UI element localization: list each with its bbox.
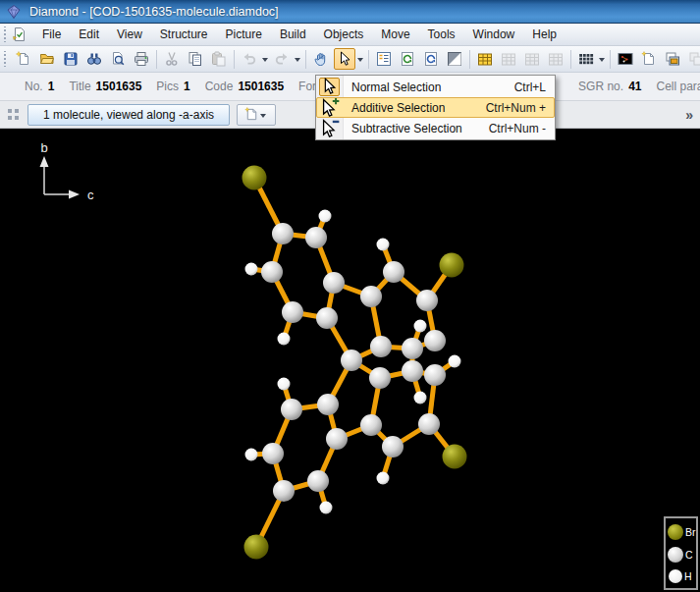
toolbar-grip[interactable]: [3, 27, 7, 42]
atom-h-HA5[interactable]: [278, 333, 291, 346]
atom-c-B9[interactable]: [416, 290, 438, 311]
menu-edit[interactable]: Edit: [70, 25, 108, 44]
atom-h-HD3[interactable]: [245, 449, 258, 461]
tab-drag-handle-icon[interactable]: [8, 109, 19, 120]
atom-c-A2[interactable]: [305, 227, 327, 248]
atom-h-HF2[interactable]: [377, 472, 390, 485]
tile-windows-button: [685, 48, 700, 70]
menu-window[interactable]: Window: [464, 25, 524, 44]
atom-c-D5[interactable]: [273, 480, 295, 502]
atom-h-HE3[interactable]: [414, 392, 427, 404]
atom-c-A3[interactable]: [261, 261, 283, 283]
picture-tab[interactable]: 1 molecule, viewed along -a-axis: [27, 104, 230, 126]
atom-h-HA2[interactable]: [319, 210, 332, 223]
print-button[interactable]: [131, 48, 152, 70]
refresh-picture-button[interactable]: [397, 48, 418, 70]
menu-help[interactable]: Help: [523, 25, 565, 44]
atom-c-B2[interactable]: [360, 286, 382, 307]
atom-c-A1[interactable]: [272, 223, 294, 244]
atom-c-E3[interactable]: [402, 360, 423, 382]
atom-c-E0[interactable]: [341, 350, 362, 371]
atom-c-D1[interactable]: [281, 399, 302, 420]
copy-button[interactable]: [185, 48, 206, 70]
atom-c-D6[interactable]: [307, 470, 329, 492]
molecule-drawing[interactable]: bc: [0, 129, 700, 592]
find-button[interactable]: [83, 48, 105, 70]
atom-c-A5[interactable]: [282, 301, 303, 323]
rotate-view-button[interactable]: [420, 48, 442, 70]
atom-br-Br4[interactable]: [244, 535, 269, 560]
atom-h-HD6[interactable]: [320, 502, 333, 514]
chevron-down-icon[interactable]: [357, 58, 363, 65]
cursor-icon: [320, 78, 339, 96]
picture-overlay-button[interactable]: [662, 48, 683, 70]
tree-view-button[interactable]: [373, 48, 395, 70]
atom-c-A4[interactable]: [323, 272, 345, 294]
layout-grid-button[interactable]: [575, 48, 597, 70]
atom-h-HE2[interactable]: [414, 320, 427, 333]
menu-item-icon-cell: [316, 119, 343, 137]
atom-c-F3[interactable]: [418, 413, 440, 435]
corner-view-button[interactable]: [444, 48, 465, 70]
atom-c-F2[interactable]: [382, 436, 404, 457]
legend-entry-c: C: [668, 547, 694, 563]
structure-viewport[interactable]: bc BrCH: [0, 129, 700, 592]
chevron-down-icon[interactable]: [599, 58, 605, 65]
atom-c-F1[interactable]: [360, 414, 382, 436]
chevron-down-icon[interactable]: [295, 58, 300, 65]
atom-c-D3[interactable]: [262, 443, 284, 464]
new-picture-button[interactable]: [237, 104, 276, 126]
menu-file[interactable]: File: [33, 25, 70, 44]
chevron-down-icon[interactable]: [262, 58, 268, 65]
menu-picture[interactable]: Picture: [217, 25, 271, 44]
undo-button: [239, 48, 260, 70]
table-properties-button[interactable]: [474, 48, 496, 70]
menu-item-subtractive-selection[interactable]: Subtractive SelectionCtrl+Num -: [316, 118, 555, 138]
atom-c-E6[interactable]: [424, 364, 446, 386]
atom-br-Br3[interactable]: [443, 445, 467, 469]
toolbar-separator: [234, 50, 235, 69]
menu-item-label: Subtractive Selection: [351, 122, 462, 135]
print-icon: [134, 51, 149, 67]
new-picture-button[interactable]: [638, 48, 660, 70]
menu-view[interactable]: View: [108, 25, 151, 44]
atom-c-A6[interactable]: [316, 307, 338, 329]
legend-label: C: [685, 549, 693, 561]
new-picture-icon: [244, 108, 259, 125]
atom-c-E4[interactable]: [424, 330, 446, 351]
atom-c-E5[interactable]: [369, 367, 391, 389]
pan-hand-button[interactable]: [310, 48, 332, 70]
toolbar-overflow-chevron[interactable]: »: [685, 107, 691, 123]
menu-item-normal-selection[interactable]: Normal SelectionCtrl+L: [316, 77, 555, 97]
menu-build[interactable]: Build: [271, 25, 315, 44]
atom-c-D2[interactable]: [317, 394, 339, 415]
select-arrow-button[interactable]: [334, 48, 355, 70]
menu-move[interactable]: Move: [372, 25, 418, 44]
atom-h-HE6[interactable]: [449, 355, 461, 368]
toolbar-grip[interactable]: [3, 51, 7, 67]
menu-bar: FileEditViewStructurePictureBuildObjects…: [0, 24, 700, 46]
atom-h-HD1[interactable]: [278, 378, 291, 391]
new-document-button[interactable]: [13, 48, 34, 70]
atom-c-E1[interactable]: [370, 336, 392, 357]
save-icon: [63, 51, 79, 67]
atom-h-HB1[interactable]: [377, 239, 390, 251]
atom-c-E2[interactable]: [402, 338, 423, 359]
render-screen-button[interactable]: [615, 48, 636, 70]
atom-br-Br1[interactable]: [242, 166, 267, 190]
open-folder-button[interactable]: [36, 48, 58, 70]
menu-objects[interactable]: Objects: [315, 25, 373, 44]
record-field-value: 1501635: [96, 80, 142, 93]
c-axis-arrowhead: [69, 190, 80, 199]
save-button[interactable]: [60, 48, 81, 70]
menu-item-additive-selection[interactable]: Additive SelectionCtrl+Num +: [316, 97, 555, 118]
rotate-view-icon: [423, 51, 439, 67]
undo-icon: [242, 51, 257, 67]
atom-h-HA3[interactable]: [245, 263, 258, 276]
menu-structure[interactable]: Structure: [151, 25, 217, 44]
atom-c-D4[interactable]: [326, 428, 348, 450]
atom-c-B1[interactable]: [383, 261, 404, 283]
menu-tools[interactable]: Tools: [419, 25, 464, 44]
atom-br-Br2[interactable]: [440, 253, 464, 278]
print-preview-button[interactable]: [107, 48, 129, 70]
